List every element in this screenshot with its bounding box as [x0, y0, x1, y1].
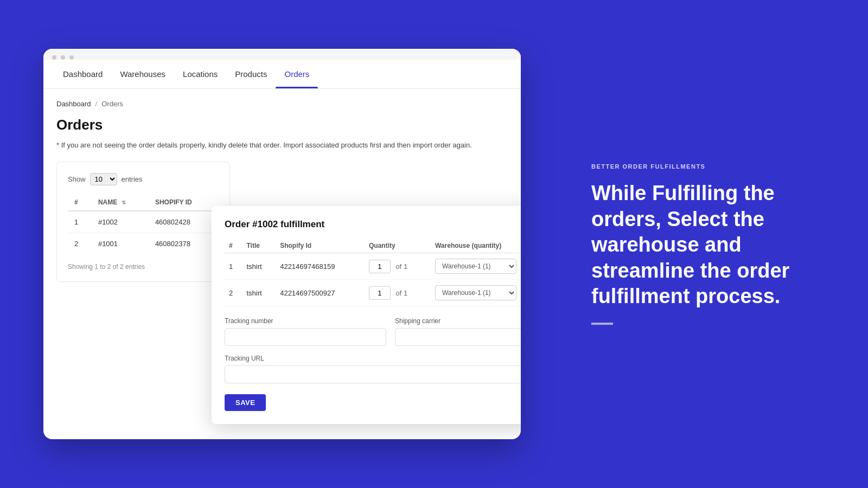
promo-divider	[591, 323, 613, 325]
browser-window: Dashboard Warehouses Locations Products …	[43, 49, 521, 439]
frow1-qty: of 1	[365, 253, 431, 280]
browser-dot-2	[61, 55, 65, 60]
warehouse-select-2[interactable]: Warehouse-1 (1)	[435, 285, 516, 300]
browser-dot-3	[69, 55, 74, 60]
tracking-number-group: Tracking number	[225, 317, 386, 346]
entries-label: entries	[122, 175, 143, 183]
fcol-title: Title	[242, 239, 276, 253]
right-panel: BETTER ORDER FULFILLMENTS While Fulfilli…	[564, 0, 868, 488]
breadcrumb: Dashboard / Orders	[56, 100, 508, 108]
row2-name: #1001	[92, 233, 149, 254]
warehouse-select-1[interactable]: Warehouse-1 (1)	[435, 259, 516, 274]
save-button[interactable]: SAVE	[225, 394, 266, 411]
breadcrumb-separator: /	[95, 100, 98, 108]
showing-text: Showing 1 to 2 of 2 entries	[68, 263, 219, 271]
row2-shopify: 460802378	[149, 233, 219, 254]
nav-bar: Dashboard Warehouses Locations Products …	[43, 60, 521, 89]
breadcrumb-current: Orders	[101, 100, 123, 108]
promo-heading: While Fulfilling the orders, Select the …	[591, 181, 841, 310]
frow1-shopify: 42214697468159	[276, 253, 365, 280]
fulfillment-table: # Title Shopify Id Quantity Warehouse (q…	[225, 239, 521, 306]
fcol-num: #	[225, 239, 242, 253]
left-panel: Dashboard Warehouses Locations Products …	[0, 0, 564, 488]
col-shopify: SHOPIFY ID	[149, 194, 219, 211]
nav-warehouses[interactable]: Warehouses	[111, 60, 174, 88]
frow2-of: of 1	[396, 289, 408, 297]
nav-locations[interactable]: Locations	[174, 60, 226, 88]
fcol-warehouse: Warehouse (quantity)	[431, 239, 521, 253]
frow1-warehouse: Warehouse-1 (1)	[431, 253, 521, 280]
tracking-row: Tracking number Shipping carrier	[225, 317, 521, 346]
row1-name: #1002	[92, 211, 149, 233]
frow2-num: 2	[225, 280, 242, 306]
show-entries-row: Show 10 25 50 entries	[68, 173, 219, 185]
fulfillment-row-1: 1 tshirt 42214697468159 of 1 Warehouse-1…	[225, 253, 521, 280]
frow1-of: of 1	[396, 262, 408, 271]
qty-input-2[interactable]	[369, 286, 391, 300]
row1-num: 1	[68, 211, 92, 233]
row2-num: 2	[68, 233, 92, 254]
info-text: * If you are not seeing the order detail…	[56, 140, 508, 151]
row1-shopify: 460802428	[149, 211, 219, 233]
orders-table-section: Show 10 25 50 entries # NAME ⇅	[56, 162, 230, 282]
table-row[interactable]: 2 #1001 460802378	[68, 233, 219, 254]
modal-title: Order #1002 fulfillment	[225, 219, 521, 230]
orders-table: # NAME ⇅ SHOPIFY ID 1 #1002 460802428	[68, 194, 219, 254]
browser-dot-1	[52, 55, 56, 60]
entries-select[interactable]: 10 25 50	[90, 173, 117, 185]
fcol-shopify: Shopify Id	[276, 239, 365, 253]
tracking-url-group: Tracking URL	[225, 355, 521, 383]
qty-input-1[interactable]	[369, 260, 391, 273]
frow2-qty: of 1	[365, 280, 431, 306]
col-num: #	[68, 194, 92, 211]
tracking-number-label: Tracking number	[225, 317, 386, 325]
frow2-shopify: 42214697500927	[276, 280, 365, 306]
page-title: Orders	[56, 117, 508, 133]
tracking-url-input[interactable]	[225, 365, 521, 383]
frow2-warehouse: Warehouse-1 (1)	[431, 280, 521, 306]
fcol-qty: Quantity	[365, 239, 431, 253]
frow1-num: 1	[225, 253, 242, 280]
fulfillment-row-2: 2 tshirt 42214697500927 of 1 Warehouse-1…	[225, 280, 521, 306]
show-label: Show	[68, 175, 86, 183]
shipping-carrier-label: Shipping carrier	[395, 317, 521, 325]
tracking-number-input[interactable]	[225, 328, 386, 346]
fulfillment-modal: Order #1002 fulfillment # Title Shopify …	[212, 206, 521, 424]
promo-label: BETTER ORDER FULFILLMENTS	[591, 163, 841, 170]
shipping-carrier-group: Shipping carrier	[395, 317, 521, 346]
sort-icon: ⇅	[122, 200, 126, 206]
nav-dashboard[interactable]: Dashboard	[54, 60, 111, 88]
nav-products[interactable]: Products	[226, 60, 276, 88]
frow2-title: tshirt	[242, 280, 276, 306]
shipping-carrier-input[interactable]	[395, 328, 521, 346]
breadcrumb-home[interactable]: Dashboard	[56, 100, 91, 108]
tracking-url-label: Tracking URL	[225, 355, 521, 362]
nav-orders[interactable]: Orders	[276, 60, 318, 88]
browser-chrome	[43, 49, 521, 60]
frow1-title: tshirt	[242, 253, 276, 280]
table-row[interactable]: 1 #1002 460802428	[68, 211, 219, 233]
col-name[interactable]: NAME ⇅	[92, 194, 149, 211]
